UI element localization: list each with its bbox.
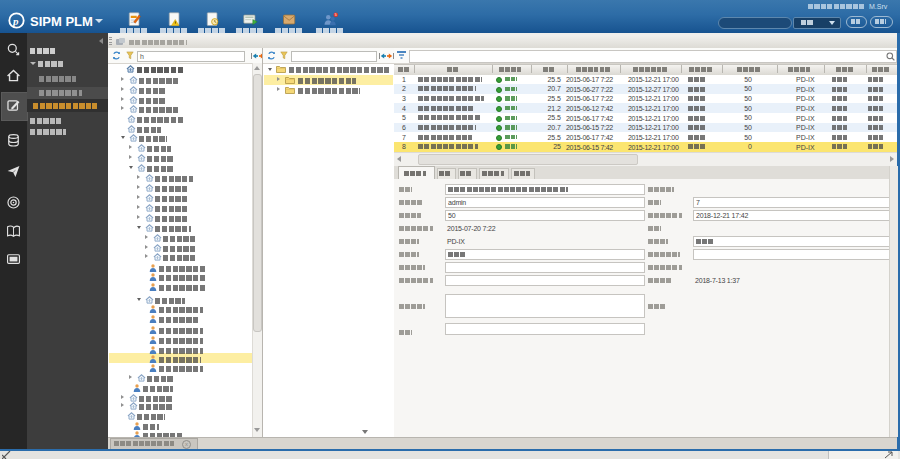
- svg-text:p: p: [12, 15, 19, 27]
- svg-text:5: 5: [335, 13, 337, 17]
